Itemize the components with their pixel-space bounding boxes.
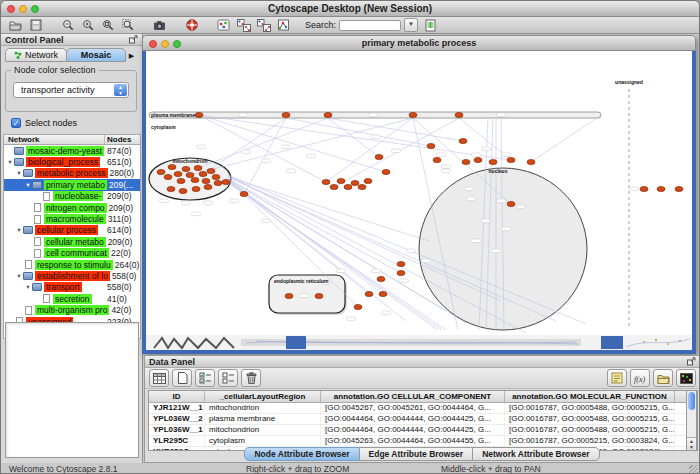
float-panel-icon[interactable] [687,357,696,366]
network-node[interactable] [365,291,373,296]
manual-layout-button[interactable] [276,18,291,33]
table-cell[interactable]: [GO:0016787, GO:0005488, GO:0005215, G..… [505,425,675,435]
table-cell[interactable]: mitochondrion [205,403,321,413]
network-node[interactable] [182,166,190,171]
table-cell[interactable]: [GO:0044464, GO:0044444, GO:0044425, G..… [321,414,505,424]
table-cell[interactable]: plasma membrane [205,414,321,424]
zoom-fit-button[interactable] [100,18,115,33]
tree-row[interactable]: response to stimulu264(0) [4,259,140,270]
network-node[interactable] [285,293,293,298]
network-node[interactable] [397,261,405,266]
disclosure-triangle-icon[interactable]: ▼ [24,284,32,290]
table-cell[interactable]: YPL036W__2 [149,414,205,424]
select-all-attributes-button[interactable] [195,369,215,387]
table-cell[interactable]: YJR121W__1 [149,403,205,413]
column-header[interactable]: ID [149,391,205,402]
network-node[interactable] [199,171,207,176]
network-canvas[interactable]: plasma membranecytoplasmmitochondrionnuc… [146,51,692,335]
network-node[interactable] [167,186,175,191]
disclosure-triangle-icon[interactable]: ▼ [15,227,23,233]
tree-row[interactable]: nitrogen compo209(0) [4,202,140,213]
network-node[interactable] [455,112,463,117]
help-button[interactable] [184,18,199,33]
tab-mosaic[interactable]: Mosaic [66,48,126,62]
network-node[interactable] [527,159,535,164]
zoom-out-button[interactable] [60,18,75,33]
tree-row[interactable]: ▼transport558(0) [4,282,140,293]
network-node[interactable] [433,157,441,162]
save-session-button[interactable] [28,18,43,33]
network-node[interactable] [382,169,390,174]
column-header[interactable]: _cellularLayoutRegion [205,391,321,402]
network-node[interactable] [657,186,665,191]
network-node[interactable] [195,112,203,117]
network-node[interactable] [174,171,182,176]
tab-edge-attribute-browser[interactable]: Edge Attribute Browser [359,447,474,461]
network-node[interactable] [282,112,290,117]
tab-network-attribute-browser[interactable]: Network Attribute Browser [472,447,599,461]
tree-row[interactable]: mosaic-demo-yeast874(0) [4,145,140,156]
network-node[interactable] [364,178,372,183]
tree-row[interactable]: ▼cellular process614(0) [4,225,140,236]
float-panel-icon[interactable] [129,35,138,44]
node-layer[interactable] [157,112,683,309]
network-node[interactable] [207,168,215,173]
network-node[interactable] [344,184,352,189]
network-node[interactable] [459,138,467,143]
search-options-dropdown[interactable]: ▼ [404,18,418,32]
tree-row[interactable]: secretion41(0) [4,293,140,304]
tab-network[interactable]: Network [5,48,67,62]
table-row[interactable]: YPL036W__2plasma membrane[GO:0044464, GO… [149,414,697,425]
table-scrollbar[interactable]: ▲▼ [686,390,697,451]
network-node[interactable] [351,180,359,185]
resize-grip[interactable] [689,465,698,474]
network-node[interactable] [192,186,200,191]
network-node[interactable] [179,188,187,193]
table-row[interactable]: YPL036W__1mitochondrion[GO:0044464, GO:0… [149,425,697,436]
tree-row[interactable]: ▼primary metabo209(... [4,179,140,190]
table-cell[interactable]: [GO:0044464, GO:0044444, GO:0044425, G..… [321,425,505,435]
network-node[interactable] [358,184,366,189]
column-nodes[interactable]: Nodes [104,135,140,144]
network-node[interactable] [214,180,222,185]
column-network[interactable]: Network [4,135,104,144]
network-node[interactable] [322,179,330,184]
matrix-view-button[interactable] [676,369,696,387]
tab-overflow-button[interactable]: ▶ [126,50,137,62]
annotation-network-button-2[interactable] [256,18,271,33]
zoom-in-button[interactable] [80,18,95,33]
tree-row[interactable]: ▼biological_process651(0) [4,156,140,167]
network-node[interactable] [427,143,435,148]
open-session-button[interactable] [8,18,23,33]
network-node[interactable] [507,201,515,206]
table-cell[interactable]: cytoplasm [205,436,321,446]
network-node[interactable] [377,276,385,281]
table-cell[interactable]: mitochondrion [205,425,321,435]
network-node[interactable] [507,157,515,162]
table-cell[interactable]: [GO:0016787, GO:0005488, GO:0005215, G..… [505,403,675,413]
node-color-dropdown[interactable]: transporter activity ▲▼ [13,82,129,98]
network-node[interactable] [474,157,482,162]
network-node[interactable] [489,159,497,164]
network-node[interactable] [462,159,470,164]
search-input[interactable] [339,20,401,31]
network-node[interactable] [379,291,387,296]
disclosure-triangle-icon[interactable]: ▼ [15,170,23,176]
network-node[interactable] [397,270,405,275]
snapshot-button[interactable] [152,18,167,33]
unselect-all-attributes-button[interactable] [218,369,238,387]
network-node[interactable] [375,154,383,159]
tree-row[interactable]: ▼metabolic process280(0) [4,168,140,179]
network-node[interactable] [640,186,648,191]
app-title-bar[interactable]: Cytoscape Desktop (New Session) [1,1,699,17]
column-header[interactable]: annotation.GO MOLECULAR_FUNCTION [505,391,675,402]
new-attribute-button[interactable] [172,369,192,387]
birdseye-overview[interactable] [5,322,139,458]
annotation-network-button[interactable] [236,18,251,33]
network-view-title-bar[interactable]: primary metabolic process [142,35,696,51]
tree-row[interactable]: nucleobase-209(0) [4,191,140,202]
network-node[interactable] [202,178,210,183]
delete-attribute-button[interactable] [241,369,261,387]
minimize-icon[interactable] [19,5,27,13]
function-builder-button[interactable]: f(x) [630,369,650,387]
